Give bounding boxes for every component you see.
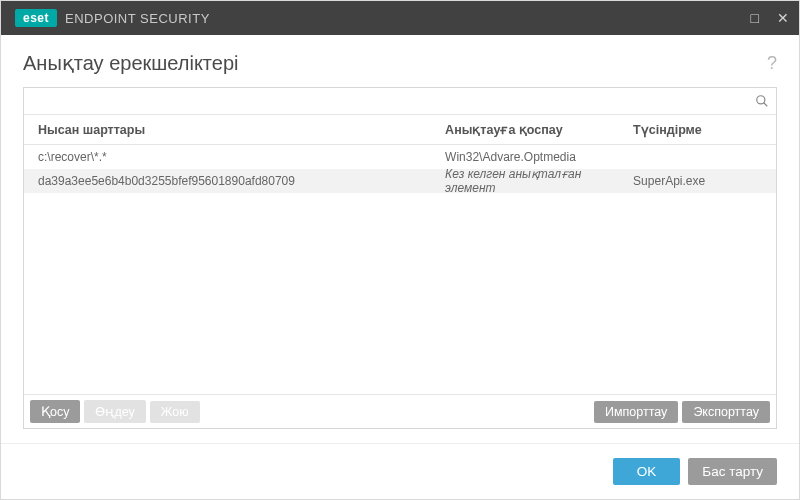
- export-button[interactable]: Экспорттау: [682, 401, 770, 423]
- cancel-button[interactable]: Бас тарту: [688, 458, 777, 485]
- table-body: c:\recover\*.*Win32\Advare.Optmediada39a…: [24, 145, 776, 394]
- delete-button: Жою: [150, 401, 200, 423]
- minimize-icon[interactable]: □: [751, 11, 759, 25]
- titlebar: eset ENDPOINT SECURITY □ ✕: [1, 1, 799, 35]
- cell-criteria: da39a3ee5e6b4b0d3255bfef95601890afd80709: [24, 174, 445, 188]
- close-icon[interactable]: ✕: [777, 11, 789, 25]
- ok-button[interactable]: OK: [613, 458, 681, 485]
- cell-exclude: Кез келген анықталған элемент: [445, 167, 633, 195]
- import-button[interactable]: Импорттау: [594, 401, 678, 423]
- svg-line-1: [764, 103, 768, 107]
- page-title: Анықтау ерекшеліктері: [23, 51, 239, 75]
- col-criteria[interactable]: Нысан шарттары: [24, 123, 445, 137]
- col-exclude[interactable]: Анықтауға қоспау: [445, 122, 633, 137]
- search-icon[interactable]: [748, 88, 776, 114]
- cell-exclude: Win32\Advare.Optmedia: [445, 150, 633, 164]
- cell-comment: SuperApi.exe: [633, 174, 776, 188]
- brand-name: ENDPOINT SECURITY: [65, 11, 210, 26]
- search-input[interactable]: [24, 88, 748, 114]
- table-row[interactable]: da39a3ee5e6b4b0d3255bfef95601890afd80709…: [24, 169, 776, 193]
- cell-criteria: c:\recover\*.*: [24, 150, 445, 164]
- col-comment[interactable]: Түсіндірме: [633, 122, 776, 137]
- svg-point-0: [757, 96, 765, 104]
- edit-button: Өңдеу: [84, 400, 145, 423]
- help-icon[interactable]: ?: [767, 53, 777, 74]
- brand-badge: eset: [15, 9, 57, 27]
- add-button[interactable]: Қосу: [30, 400, 80, 423]
- table-header: Нысан шарттары Анықтауға қоспау Түсіндір…: [24, 115, 776, 145]
- exclusions-panel: Нысан шарттары Анықтауға қоспау Түсіндір…: [23, 87, 777, 429]
- table-row[interactable]: c:\recover\*.*Win32\Advare.Optmedia: [24, 145, 776, 169]
